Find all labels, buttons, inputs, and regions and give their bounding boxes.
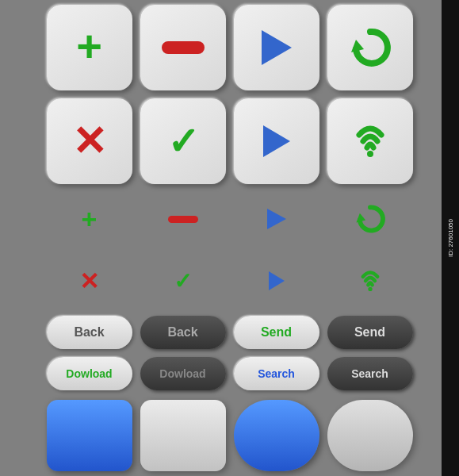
send-light-button[interactable]: Send	[234, 316, 319, 349]
svg-point-1	[367, 151, 373, 157]
back-dark-button[interactable]: Back	[140, 316, 226, 349]
check-button[interactable]: ✓	[140, 98, 226, 184]
x-icon: ✕	[72, 121, 107, 162]
forward-button[interactable]	[234, 5, 319, 90]
remove-button[interactable]	[140, 5, 226, 90]
arrow-right-icon	[262, 30, 292, 65]
signal-button[interactable]	[327, 98, 413, 184]
svg-marker-0	[351, 40, 364, 52]
shape-btn-row	[36, 400, 424, 471]
small-check-cell: ✓	[140, 257, 226, 305]
svg-marker-2	[356, 213, 365, 223]
wifi-icon	[350, 121, 391, 162]
send-dark-button[interactable]: Send	[327, 316, 413, 349]
search-dark-button[interactable]: Search	[327, 357, 413, 390]
small-plus-icon: +	[82, 204, 98, 235]
back-light-button[interactable]: Back	[47, 316, 132, 349]
text-btn-row-1: Back Back Send Send	[36, 316, 424, 349]
sidebar-id-text: ID: 27601050	[447, 219, 454, 257]
small-minus-cell	[140, 195, 226, 243]
download-light-label: Dowload	[66, 367, 112, 380]
small-wifi-cell	[327, 257, 413, 305]
download-dark-label: Dowload	[159, 367, 205, 380]
small-arrow-cell	[234, 195, 319, 243]
small-icon-row-1: +	[36, 192, 424, 246]
send-light-label: Send	[261, 325, 292, 340]
small-check-icon: ✓	[174, 268, 192, 294]
small-wifi-icon	[357, 266, 384, 296]
download-dark-button[interactable]: Dowload	[140, 357, 226, 390]
play-icon	[263, 125, 290, 157]
minus-icon	[162, 41, 205, 54]
small-icon-row-2: ✕ ✓	[36, 254, 424, 308]
search-light-button[interactable]: Search	[234, 357, 319, 390]
blue-square-button[interactable]	[47, 400, 132, 471]
small-refresh-icon	[355, 204, 385, 234]
blue-pill-button[interactable]	[234, 400, 319, 471]
small-arrow-icon	[267, 209, 286, 229]
back-light-label: Back	[74, 325, 104, 340]
small-x-cell: ✕	[47, 257, 132, 305]
large-icon-row-2: ✕ ✓	[36, 98, 424, 184]
large-icon-row-1: +	[36, 5, 424, 90]
close-button[interactable]: ✕	[47, 98, 132, 184]
send-dark-label: Send	[354, 325, 385, 340]
small-play-icon	[269, 271, 285, 290]
plus-icon: +	[76, 24, 102, 68]
gray-square-button[interactable]	[140, 400, 226, 471]
refresh-icon	[350, 27, 391, 68]
search-light-label: Search	[258, 367, 295, 380]
refresh-button[interactable]	[327, 5, 413, 90]
text-btn-row-2: Dowload Dowload Search Search	[36, 357, 424, 390]
small-play-cell	[234, 257, 319, 305]
back-dark-label: Back	[167, 325, 197, 340]
svg-point-3	[368, 287, 372, 291]
add-button[interactable]: +	[47, 5, 132, 90]
play-button[interactable]	[234, 98, 319, 184]
gray-pill-button[interactable]	[327, 400, 413, 471]
check-icon: ✓	[167, 119, 199, 163]
small-plus-cell: +	[47, 195, 132, 243]
small-minus-icon	[168, 216, 198, 223]
search-dark-label: Search	[351, 367, 388, 380]
small-refresh-cell	[327, 195, 413, 243]
sidebar-id: ID: 27601050	[442, 0, 459, 476]
download-light-button[interactable]: Dowload	[47, 357, 132, 390]
small-x-icon: ✕	[79, 267, 99, 295]
